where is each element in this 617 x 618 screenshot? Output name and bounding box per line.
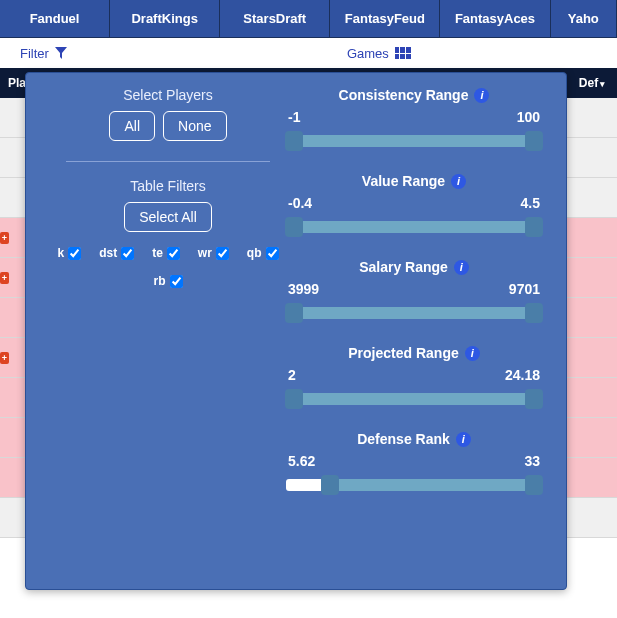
range-block: Projected Rangei224.18 bbox=[286, 345, 542, 409]
range-title: Salary Range bbox=[359, 259, 448, 275]
check-rb[interactable]: rb bbox=[154, 274, 183, 288]
select-players-title: Select Players bbox=[50, 87, 286, 103]
check-label: dst bbox=[99, 246, 117, 260]
check-dst[interactable]: dst bbox=[99, 246, 134, 260]
range-max: 100 bbox=[517, 109, 540, 125]
slider-handle-max[interactable] bbox=[525, 131, 543, 151]
slider-handle-max[interactable] bbox=[525, 475, 543, 495]
range-block: Consistency Rangei-1100 bbox=[286, 87, 542, 151]
medical-icon: + bbox=[0, 272, 9, 284]
site-tab-draftkings[interactable]: DraftKings bbox=[110, 0, 220, 37]
slider-handle-min[interactable] bbox=[285, 303, 303, 323]
select-all-button[interactable]: Select All bbox=[124, 202, 212, 232]
slider-handle-max[interactable] bbox=[525, 303, 543, 323]
site-tab-fanduel[interactable]: Fanduel bbox=[0, 0, 110, 37]
site-tabs: FanduelDraftKingsStarsDraftFantasyFeudFa… bbox=[0, 0, 617, 38]
range-slider[interactable] bbox=[286, 217, 542, 237]
slider-handle-min[interactable] bbox=[285, 217, 303, 237]
info-icon[interactable]: i bbox=[465, 346, 480, 361]
position-checks: kdsttewrqbrb bbox=[50, 246, 286, 288]
range-block: Value Rangei-0.44.5 bbox=[286, 173, 542, 237]
range-title: Defense Rank bbox=[357, 431, 450, 447]
range-title: Consistency Range bbox=[339, 87, 469, 103]
checkbox-qb[interactable] bbox=[266, 247, 279, 260]
range-min: 3999 bbox=[288, 281, 319, 297]
range-title: Value Range bbox=[362, 173, 445, 189]
check-label: qb bbox=[247, 246, 262, 260]
range-min: -1 bbox=[288, 109, 300, 125]
range-block: Defense Ranki5.6233 bbox=[286, 431, 542, 495]
range-max: 24.18 bbox=[505, 367, 540, 383]
funnel-icon bbox=[55, 47, 67, 59]
range-slider[interactable] bbox=[286, 475, 542, 495]
range-slider[interactable] bbox=[286, 131, 542, 151]
range-title: Projected Range bbox=[348, 345, 458, 361]
range-max: 9701 bbox=[509, 281, 540, 297]
site-tab-yaho[interactable]: Yaho bbox=[551, 0, 617, 37]
info-icon[interactable]: i bbox=[474, 88, 489, 103]
info-icon[interactable]: i bbox=[456, 432, 471, 447]
check-qb[interactable]: qb bbox=[247, 246, 279, 260]
all-button[interactable]: All bbox=[109, 111, 155, 141]
checkbox-dst[interactable] bbox=[121, 247, 134, 260]
filter-panel: Select Players All None Table Filters Se… bbox=[25, 72, 567, 590]
info-icon[interactable]: i bbox=[454, 260, 469, 275]
slider-handle-min[interactable] bbox=[285, 131, 303, 151]
none-button[interactable]: None bbox=[163, 111, 226, 141]
slider-handle-min[interactable] bbox=[285, 389, 303, 409]
table-filters-title: Table Filters bbox=[50, 178, 286, 194]
check-label: k bbox=[57, 246, 64, 260]
site-tab-fantasyfeud[interactable]: FantasyFeud bbox=[330, 0, 440, 37]
range-min: 2 bbox=[288, 367, 296, 383]
checkbox-k[interactable] bbox=[68, 247, 81, 260]
range-block: Salary Rangei39999701 bbox=[286, 259, 542, 323]
slider-handle-max[interactable] bbox=[525, 217, 543, 237]
medical-icon: + bbox=[0, 352, 9, 364]
checkbox-rb[interactable] bbox=[170, 275, 183, 288]
slider-handle-min[interactable] bbox=[321, 475, 339, 495]
divider bbox=[66, 161, 270, 162]
grid-icon bbox=[395, 47, 411, 59]
range-max: 33 bbox=[524, 453, 540, 469]
games-link[interactable]: Games bbox=[347, 46, 411, 61]
checkbox-wr[interactable] bbox=[216, 247, 229, 260]
checkbox-te[interactable] bbox=[167, 247, 180, 260]
range-slider[interactable] bbox=[286, 389, 542, 409]
range-min: 5.62 bbox=[288, 453, 315, 469]
check-label: rb bbox=[154, 274, 166, 288]
medical-icon: + bbox=[0, 232, 9, 244]
filter-link[interactable]: Filter bbox=[20, 46, 67, 61]
check-label: wr bbox=[198, 246, 212, 260]
check-wr[interactable]: wr bbox=[198, 246, 229, 260]
games-label: Games bbox=[347, 46, 389, 61]
info-icon[interactable]: i bbox=[451, 174, 466, 189]
range-min: -0.4 bbox=[288, 195, 312, 211]
site-tab-fantasyaces[interactable]: FantasyAces bbox=[440, 0, 550, 37]
check-te[interactable]: te bbox=[152, 246, 180, 260]
check-k[interactable]: k bbox=[57, 246, 81, 260]
range-slider[interactable] bbox=[286, 303, 542, 323]
range-max: 4.5 bbox=[521, 195, 540, 211]
filter-label: Filter bbox=[20, 46, 49, 61]
site-tab-starsdraft[interactable]: StarsDraft bbox=[220, 0, 330, 37]
slider-handle-max[interactable] bbox=[525, 389, 543, 409]
check-label: te bbox=[152, 246, 163, 260]
toolbar: Filter Games bbox=[0, 38, 617, 68]
col-header-def[interactable]: Def bbox=[567, 76, 617, 90]
